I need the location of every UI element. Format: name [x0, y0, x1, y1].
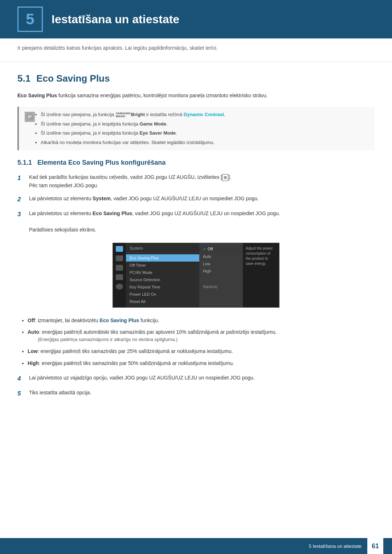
- step-2-content: Lai pārvietotos uz elementu System, vadi…: [29, 194, 375, 204]
- section-51-number: 5.1: [17, 73, 30, 84]
- menu-icon-3: [116, 265, 123, 271]
- menu-item-source-detection[interactable]: Source Detection: [126, 276, 199, 283]
- menu-icon-2: [116, 255, 123, 261]
- subsection-511-title: 5.1.1 Elementa Eco Saving Plus konfigurē…: [17, 159, 375, 167]
- section-51-desc: Eco Saving Plus funkcija samazina enerģi…: [17, 91, 375, 99]
- page-footer: 5 Iestatīšana un atiestate 61: [0, 538, 392, 554]
- section-51-label: Eco Saving Plus: [36, 73, 110, 84]
- step-3-num: 3: [17, 209, 25, 234]
- step-2: 2 Lai pārvietotos uz elementu System, va…: [17, 194, 375, 204]
- note-list: Šī izvēlne nav pieejama, ja funkcija SAM…: [39, 111, 225, 146]
- menu-mockup-wrap: System Eco Saving Plus Off Timer PC/AV M…: [17, 243, 375, 308]
- eco-saving-term: Eco Saving Plus: [17, 93, 57, 98]
- option-low: Low: enerģijas patēriņš tiks samazināts …: [28, 347, 375, 355]
- menu-icon-1: [116, 246, 123, 252]
- options-list: Off: izmantojiet, lai deaktivizētu Eco S…: [17, 316, 375, 367]
- step-1: 1 Kad tiek parādīts funkcijas taustiņu c…: [17, 173, 375, 189]
- main-content: 5.1 Eco Saving Plus Eco Saving Plus funk…: [0, 62, 392, 434]
- chapter-title: Iestatīšana un atiestate: [52, 13, 179, 26]
- menu-item-eco-saving-plus[interactable]: Eco Saving Plus: [126, 254, 199, 262]
- option-auto: Auto: enerģijas patēriņš automātiski tik…: [28, 328, 375, 344]
- menu-item-reset-all[interactable]: Reset All: [126, 298, 199, 305]
- step-5: 5 Tiks iestatīta atlasītā opcija.: [17, 389, 375, 398]
- menu-icon-4: [116, 274, 123, 280]
- option-off: Off: izmantojiet, lai deaktivizētu Eco S…: [28, 316, 375, 324]
- step-4-num: 4: [17, 374, 25, 383]
- option-high: High: enerģijas patēriņš tiks samazināts…: [28, 359, 375, 367]
- dynamic-contrast-link: Dynamic Contrast: [184, 112, 224, 117]
- step-2-num: 2: [17, 194, 25, 204]
- menu-item-pcav-mode[interactable]: PC/AV Mode: [126, 269, 199, 276]
- note-item-3: Šī izvēlne nav pieejama, ja ir iespējota…: [41, 130, 225, 137]
- chapter-number-box: 5: [17, 7, 43, 32]
- step-1-content: Kad tiek parādīts funkcijas taustiņu ceļ…: [29, 173, 375, 189]
- menu-item-key-repeat[interactable]: Key Repeat Time: [126, 283, 199, 291]
- menu-sub-high[interactable]: High: [199, 267, 243, 275]
- menu-submenu: Off Auto Low High Stand-by: [199, 243, 243, 307]
- section-51-desc-text: funkcija samazina enerģijas patēriņu, ko…: [58, 93, 268, 98]
- menu-main-column: System Eco Saving Plus Off Timer PC/AV M…: [126, 243, 199, 307]
- menu-item-power-led[interactable]: Power LED On: [126, 291, 199, 298]
- subsection-511-label: Elementa Eco Saving Plus konfigurēšana: [37, 159, 166, 166]
- note-icon: [25, 112, 35, 122]
- step-5-num: 5: [17, 389, 25, 398]
- pencil-icon: [26, 114, 33, 120]
- menu-sidebar: [113, 243, 126, 307]
- chapter-header: 5 Iestatīšana un atiestate: [0, 0, 392, 38]
- menu-sub-standby[interactable]: Stand-by: [199, 283, 243, 290]
- footer-page-number: 61: [367, 538, 383, 554]
- chapter-subtitle: Ir pieejams detalizēts katras funkcijas …: [0, 38, 392, 62]
- note-item-2: Šī izvēlne nav pieejama, ja ir iespējota…: [41, 120, 225, 128]
- subsection-511-number: 5.1.1: [17, 159, 32, 166]
- step-3: 3 Lai pārvietotos uz elementu Eco Saving…: [17, 209, 375, 234]
- step-3-content: Lai pārvietotos uz elementu Eco Saving P…: [29, 209, 375, 234]
- grid-icon: ⊞: [222, 174, 228, 181]
- note-item-1: Šī izvēlne nav pieejama, ja funkcija SAM…: [41, 111, 225, 118]
- step-4: 4 Lai pārvietotos uz vajadzīgo opciju, v…: [17, 374, 375, 383]
- step-4-content: Lai pārvietotos uz vajadzīgo opciju, vad…: [29, 374, 375, 383]
- menu-sub-low[interactable]: Low: [199, 260, 243, 267]
- step-5-content: Tiks iestatīta atlasītā opcija.: [29, 389, 375, 398]
- chapter-number: 5: [26, 11, 34, 28]
- step-1-num: 1: [17, 173, 25, 189]
- menu-sub-auto[interactable]: Auto: [199, 253, 243, 260]
- samsung-magic-logo: SAMSUNGMAGIC: [116, 112, 131, 118]
- auto-subnote: (Enerģijas patēriņa samazinājums ir atka…: [38, 336, 375, 344]
- note-item-4: Atkarībā no modeļa monitora funkcijas va…: [41, 139, 225, 146]
- menu-tooltip: Adjust the power consumption of the prod…: [243, 243, 279, 307]
- steps-list: 1 Kad tiek parādīts funkcijas taustiņu c…: [17, 173, 375, 234]
- footer-chapter-text: 5 Iestatīšana un atiestate: [309, 543, 362, 549]
- menu-mockup: System Eco Saving Plus Off Timer PC/AV M…: [113, 243, 279, 308]
- note-box: Šī izvēlne nav pieejama, ja funkcija SAM…: [17, 107, 375, 150]
- final-steps-list: 4 Lai pārvietotos uz vajadzīgo opciju, v…: [17, 374, 375, 398]
- menu-icon-5: [116, 284, 123, 290]
- menu-sub-off[interactable]: Off: [199, 245, 243, 253]
- section-51-title: 5.1 Eco Saving Plus: [17, 73, 375, 84]
- menu-item-off-timer[interactable]: Off Timer: [126, 262, 199, 269]
- menu-header: System: [126, 245, 199, 253]
